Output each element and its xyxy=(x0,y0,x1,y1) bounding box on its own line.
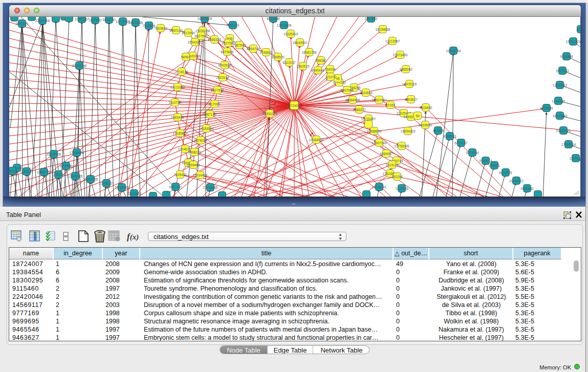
svg-text:632621: 632621 xyxy=(489,164,500,167)
svg-text:18640910: 18640910 xyxy=(293,41,308,45)
svg-text:12942757: 12942757 xyxy=(37,170,52,174)
svg-text:9329966: 9329966 xyxy=(560,55,573,58)
svg-text:8471676: 8471676 xyxy=(499,171,512,174)
svg-text:1145194: 1145194 xyxy=(52,173,65,177)
svg-text:14136141: 14136141 xyxy=(372,185,387,189)
svg-text:9242848: 9242848 xyxy=(218,63,231,67)
svg-text:6479197: 6479197 xyxy=(454,141,468,145)
svg-text:6466160: 6466160 xyxy=(102,18,116,21)
svg-text:15751074: 15751074 xyxy=(566,40,580,43)
svg-text:1568520: 1568520 xyxy=(271,55,285,59)
svg-text:2718176: 2718176 xyxy=(175,70,188,74)
svg-text:7663822: 7663822 xyxy=(154,27,167,30)
svg-text:8875685: 8875685 xyxy=(221,50,234,54)
svg-text:9627506: 9627506 xyxy=(194,34,208,38)
svg-text:9639695: 9639695 xyxy=(419,123,432,127)
svg-text:1167531: 1167531 xyxy=(570,157,580,160)
svg-text:10973493: 10973493 xyxy=(393,53,408,57)
svg-text:62160: 62160 xyxy=(386,103,395,107)
svg-text:1362615: 1362615 xyxy=(296,64,310,68)
svg-text:2367608: 2367608 xyxy=(233,43,246,47)
svg-text:9146821: 9146821 xyxy=(259,51,273,54)
svg-text:8186328: 8186328 xyxy=(208,38,221,41)
svg-text:16961758: 16961758 xyxy=(302,51,317,54)
svg-text:6497568: 6497568 xyxy=(340,89,354,92)
svg-text:20364436: 20364436 xyxy=(345,98,360,102)
svg-text:19384554: 19384554 xyxy=(309,138,324,142)
svg-text:1615112: 1615112 xyxy=(386,163,399,167)
svg-text:1156829: 1156829 xyxy=(20,170,33,173)
svg-text:1527602: 1527602 xyxy=(89,18,102,22)
svg-text:252254: 252254 xyxy=(391,175,403,179)
svg-text:3267130: 3267130 xyxy=(203,113,216,116)
svg-text:19166829: 19166829 xyxy=(173,132,188,135)
svg-text:9115460: 9115460 xyxy=(420,106,432,110)
svg-text:8427552: 8427552 xyxy=(211,89,224,92)
svg-text:10958107: 10958107 xyxy=(99,182,114,185)
svg-text:19756928: 19756928 xyxy=(395,144,409,148)
svg-text:121072: 121072 xyxy=(325,75,336,79)
svg-text:19692971: 19692971 xyxy=(556,129,571,133)
svg-text:20206506: 20206506 xyxy=(47,152,61,156)
svg-text:18907249: 18907249 xyxy=(372,141,387,145)
svg-text:9099489: 9099489 xyxy=(187,163,200,167)
svg-text:2055721: 2055721 xyxy=(15,22,29,26)
svg-text:7485063: 7485063 xyxy=(399,68,412,71)
svg-text:9397586: 9397586 xyxy=(59,164,73,168)
svg-text:9474444: 9474444 xyxy=(466,151,479,155)
svg-text:17957255: 17957255 xyxy=(83,178,98,181)
svg-text:9245652: 9245652 xyxy=(520,187,534,190)
svg-text:43919: 43919 xyxy=(9,169,17,173)
svg-text:9463627: 9463627 xyxy=(404,98,418,101)
svg-text:9227343: 9227343 xyxy=(556,69,569,73)
svg-text:16033809: 16033809 xyxy=(198,17,212,20)
svg-text:11174: 11174 xyxy=(576,28,580,31)
svg-text:12213369: 12213369 xyxy=(170,85,185,89)
svg-text:8990448: 8990448 xyxy=(311,69,324,72)
svg-text:7515526: 7515526 xyxy=(142,24,156,28)
svg-text:9457791: 9457791 xyxy=(169,185,182,189)
svg-text:10654112: 10654112 xyxy=(509,179,524,183)
svg-text:15716485: 15716485 xyxy=(203,186,218,189)
svg-text:98961: 98961 xyxy=(181,55,190,59)
svg-text:20053346: 20053346 xyxy=(72,64,87,68)
svg-text:10607487: 10607487 xyxy=(372,98,387,102)
svg-text:16210643: 16210643 xyxy=(553,114,568,118)
svg-text:12213967: 12213967 xyxy=(385,39,400,43)
svg-text:12923446: 12923446 xyxy=(127,192,142,195)
svg-text:19654923: 19654923 xyxy=(401,129,416,133)
svg-text:12505135: 12505135 xyxy=(68,174,83,178)
svg-text:917006: 917006 xyxy=(209,102,220,106)
svg-text:20691406: 20691406 xyxy=(35,19,50,23)
svg-text:5498222: 5498222 xyxy=(188,150,201,154)
svg-text:18724007: 18724007 xyxy=(287,104,302,107)
svg-text:1733426: 1733426 xyxy=(395,187,408,190)
svg-text:12975115: 12975115 xyxy=(402,82,417,86)
svg-text:2603144: 2603144 xyxy=(216,76,229,79)
svg-text:16782759: 16782759 xyxy=(115,186,129,189)
svg-text:1610755: 1610755 xyxy=(168,101,182,104)
svg-text:7357224: 7357224 xyxy=(226,24,239,27)
svg-text:12218506: 12218506 xyxy=(277,24,292,27)
svg-text:16543362: 16543362 xyxy=(188,40,203,44)
svg-text:9084067: 9084067 xyxy=(380,152,393,156)
svg-text:3624554: 3624554 xyxy=(359,91,373,95)
svg-text:11325419: 11325419 xyxy=(284,32,298,36)
svg-text:8215955: 8215955 xyxy=(540,106,553,110)
svg-text:8660123: 8660123 xyxy=(169,29,183,32)
svg-text:12093822: 12093822 xyxy=(553,83,568,87)
svg-text:16914479: 16914479 xyxy=(193,173,208,177)
svg-text:14353594: 14353594 xyxy=(199,127,214,130)
svg-text:17359924: 17359924 xyxy=(70,151,84,155)
svg-text:7625402: 7625402 xyxy=(173,173,187,177)
svg-text:15720407: 15720407 xyxy=(361,117,376,121)
svg-text:16648784: 16648784 xyxy=(446,49,461,53)
svg-text:8878334: 8878334 xyxy=(194,139,207,142)
svg-text:16671355: 16671355 xyxy=(128,21,143,25)
svg-text:17016504: 17016504 xyxy=(561,143,576,146)
svg-text:10653267: 10653267 xyxy=(75,17,90,21)
svg-text:25300275: 25300275 xyxy=(263,112,277,116)
svg-text:734024: 734024 xyxy=(324,68,336,71)
svg-text:10688609: 10688609 xyxy=(367,129,382,133)
svg-text:8454749: 8454749 xyxy=(247,47,260,51)
